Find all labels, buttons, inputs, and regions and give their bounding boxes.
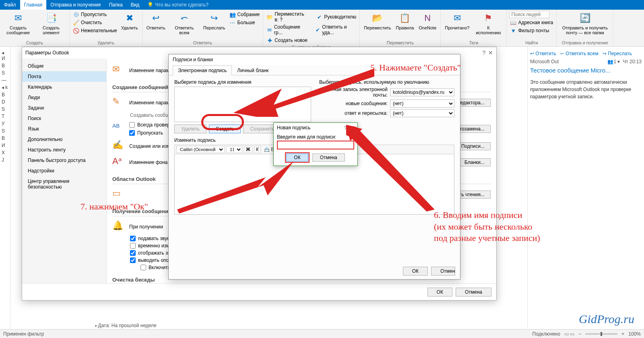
menu-home[interactable]: Главная: [20, 0, 47, 10]
newdlg-close-icon[interactable]: ✕: [349, 124, 354, 131]
options-side-9[interactable]: Панель быстрого доступа: [22, 155, 106, 166]
group-move: Переместить: [362, 39, 438, 45]
qs-manager[interactable]: ✔Руководителю: [315, 11, 357, 23]
italic-button[interactable]: К: [254, 146, 261, 153]
envelope-icon: ✉: [112, 64, 125, 77]
date-group[interactable]: Дата: На прошлой неделе: [95, 323, 157, 328]
rp-reply-all[interactable]: ⤺ Ответить всем: [560, 51, 599, 56]
reply-all-button[interactable]: ⤺Ответить всем: [169, 11, 200, 36]
signature-list[interactable]: [174, 87, 311, 122]
junk-button[interactable]: 🚫Нежелательные: [72, 27, 118, 34]
chk-rights[interactable]: [140, 265, 146, 270]
block-icon: 🚫: [73, 27, 79, 34]
more-icon: ⋯: [229, 19, 236, 26]
reply-select[interactable]: (нет): [390, 109, 454, 117]
options-side-4[interactable]: Задачи: [22, 103, 106, 113]
watermark: GidProg.ru: [579, 312, 634, 326]
options-side-5[interactable]: Поиск: [22, 113, 106, 124]
qs-new[interactable]: ✚Создать новое: [266, 37, 357, 44]
group-delete: Удалить: [72, 39, 140, 45]
rp-subject: Тестовое сообщение Micro...: [530, 65, 642, 75]
team-icon: ✉: [266, 27, 272, 33]
read-button[interactable]: ✉Прочитано?: [443, 11, 471, 31]
group-sendrecv: Отправка и получение: [559, 39, 611, 45]
options-side-2[interactable]: Календарь: [22, 82, 106, 92]
reply-button[interactable]: ↩Ответить: [145, 11, 167, 31]
reply-all-icon: ⤺: [178, 12, 191, 25]
move-button[interactable]: 📂Переместить: [362, 11, 392, 31]
options-side-10[interactable]: Надстройки: [22, 166, 106, 176]
stationery-button[interactable]: Бланки...: [458, 158, 491, 166]
tell-me[interactable]: 💡Что вы хотите сделать?: [147, 2, 208, 8]
pane-icon: ▭: [112, 188, 125, 201]
followup-button[interactable]: ⚑К исполнению: [473, 11, 504, 36]
rp-body: Это сообщение отправлено автоматически п…: [530, 75, 642, 104]
tab-esig[interactable]: Электронная подпись: [173, 65, 232, 75]
sig-ok-button[interactable]: ОК: [403, 267, 428, 276]
chk-cursor[interactable]: [130, 243, 136, 249]
menu-file[interactable]: Файл: [0, 0, 20, 10]
new-mail-button[interactable]: ✉Создать сообщение: [2, 11, 34, 36]
newmsg-select[interactable]: (нет): [390, 100, 454, 108]
zoom-level: 100%: [628, 331, 641, 337]
zoom-in[interactable]: +: [621, 331, 624, 337]
rp-reply[interactable]: ↩ Ответить: [530, 51, 556, 56]
signatures-button[interactable]: Подписи...: [455, 142, 491, 150]
delete-button[interactable]: ✖Удалить: [120, 11, 140, 31]
filter-icon: ▼: [510, 27, 516, 34]
spell-skip[interactable]: [129, 130, 135, 136]
people-search[interactable]: [509, 11, 549, 18]
newdlg-help-icon[interactable]: ?: [344, 125, 347, 131]
options-side-7[interactable]: Дополнительно: [22, 134, 106, 145]
address-book[interactable]: 📖Адресная книга: [509, 19, 554, 26]
new-item-button[interactable]: 📑Создать элемент: [35, 11, 67, 36]
sig-delete-button[interactable]: Удалить: [174, 124, 206, 133]
close-icon[interactable]: ✕: [488, 50, 493, 56]
options-side-6[interactable]: Язык: [22, 124, 106, 134]
menu-sendrecv[interactable]: Отправка и получение: [46, 0, 105, 10]
options-cancel-button[interactable]: Отмена: [456, 288, 491, 297]
qs-move[interactable]: 📁Переместить в: ?: [266, 11, 309, 23]
nav-collapsed[interactable]: ◂ ИВS—◂ kВDSTУSВИХJ: [0, 47, 10, 329]
clean-button[interactable]: 🧹Очистить: [72, 19, 118, 26]
onenote-button[interactable]: NOneNote: [417, 11, 438, 31]
options-side-1[interactable]: Почта: [22, 71, 106, 82]
people-icon: 👥: [607, 59, 613, 64]
spell-always[interactable]: [129, 122, 135, 128]
ribbon: ✉Создать сообщение 📑Создать элемент Созд…: [0, 10, 644, 47]
sig-create-button[interactable]: Создать: [209, 124, 241, 133]
options-side-3[interactable]: Люди: [22, 92, 106, 103]
chk-desktop[interactable]: [130, 257, 136, 263]
options-side-0[interactable]: Общие: [22, 61, 106, 71]
options-side-11[interactable]: Центр управления безопасностью: [22, 176, 106, 192]
chk-tray[interactable]: [130, 250, 136, 256]
reply-icon: ↩: [149, 12, 162, 25]
tab-stationery[interactable]: Личный бланк: [232, 65, 274, 75]
more-respond-button[interactable]: ⋯Больше: [229, 19, 261, 26]
bold-button[interactable]: Ж: [244, 146, 252, 153]
signature-name-input[interactable]: [277, 141, 354, 149]
qs-team[interactable]: ✉Сообщение гр...: [266, 24, 308, 36]
meeting-button[interactable]: 👥Собрание: [229, 11, 261, 18]
sendrecv-button[interactable]: 🔄Отправить и получить почту — все папки: [559, 11, 611, 36]
rp-forward[interactable]: ↪ Переслать: [603, 51, 632, 56]
font-select[interactable]: Calibri (Основной те: [176, 146, 225, 153]
newdlg-ok-button[interactable]: ОК: [286, 153, 308, 162]
newdlg-cancel-button[interactable]: Отмена: [312, 153, 345, 162]
chk-sound[interactable]: [130, 236, 136, 241]
menu-view[interactable]: Вид: [127, 0, 144, 10]
account-select[interactable]: kotoldiniups@yandex.ru: [390, 88, 454, 96]
help-icon[interactable]: ?: [483, 50, 486, 56]
menu-folder[interactable]: Папка: [105, 0, 127, 10]
sig-cancel-button[interactable]: Отмена: [431, 267, 455, 276]
options-ok-button[interactable]: ОК: [427, 288, 452, 297]
rules-button[interactable]: 📋Правила: [394, 11, 416, 31]
filter-mail[interactable]: ▼Фильтр почты: [509, 27, 554, 34]
view-buttons[interactable]: ▭ ▭: [564, 331, 574, 337]
options-side-8[interactable]: Настроить ленту: [22, 145, 106, 155]
qs-replydel[interactable]: ✔Ответить и уда...: [314, 24, 357, 36]
forward-button[interactable]: ↪Переслать: [202, 11, 227, 31]
size-select[interactable]: 11: [226, 146, 242, 153]
skip-button[interactable]: ⮾Пропустить: [72, 11, 118, 18]
zoom-out[interactable]: −: [578, 331, 581, 337]
